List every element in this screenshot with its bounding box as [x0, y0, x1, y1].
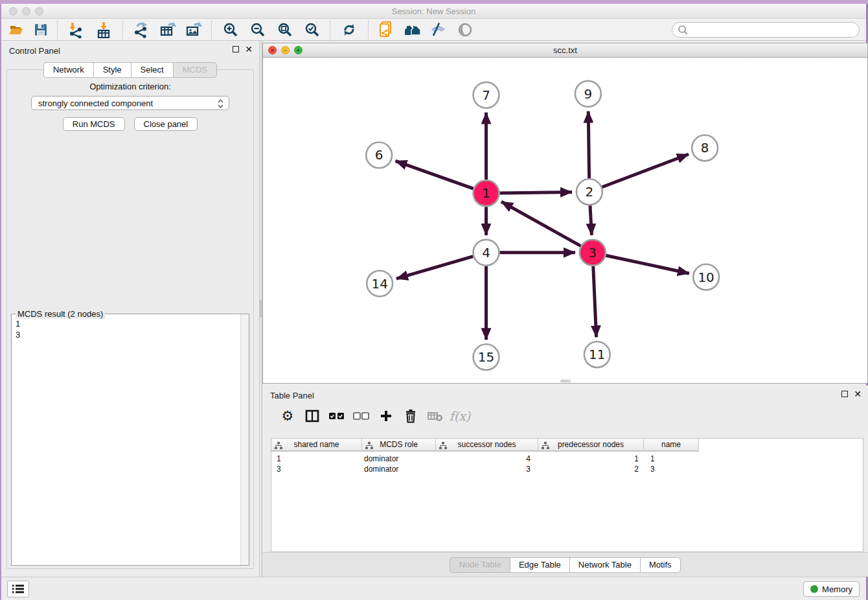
tab-style[interactable]: Style [93, 62, 131, 78]
canvas-resize-grip[interactable] [560, 380, 571, 382]
export-image-icon[interactable] [185, 21, 202, 38]
window-title: Session: New Session [1, 6, 866, 16]
zoom-in-icon[interactable] [222, 21, 239, 38]
float-panel-icon[interactable] [233, 46, 239, 52]
cell-predecessor-nodes: 2 [538, 464, 644, 474]
delete-table-icon [423, 406, 448, 426]
tab-motifs[interactable]: Motifs [640, 557, 681, 573]
toolbar-separator [57, 21, 58, 39]
cell-successor-nodes: 3 [436, 464, 538, 474]
import-table-icon[interactable] [95, 21, 112, 38]
graph-node-label-2: 2 [586, 185, 594, 200]
first-neighbors-icon[interactable] [404, 21, 420, 38]
column-type-icon [365, 442, 373, 450]
graph-node-label-8: 8 [701, 141, 709, 156]
result-scrollbar[interactable] [240, 314, 249, 565]
close-table-panel-icon[interactable]: ✕ [854, 391, 862, 397]
close-panel-button[interactable]: Close panel [134, 117, 198, 131]
select-all-columns-icon[interactable] [325, 406, 349, 426]
import-network-icon[interactable] [67, 21, 84, 38]
network-view-window: × − + scc.txt 1234678910111415 [262, 43, 868, 384]
unselect-all-columns-icon[interactable] [349, 406, 374, 426]
graph-edge-1-2[interactable] [499, 192, 572, 193]
graph-node-label-1: 1 [482, 186, 490, 201]
export-network-icon[interactable] [132, 21, 149, 38]
show-all-icon[interactable] [457, 21, 474, 38]
show-columns-icon[interactable] [300, 406, 325, 426]
tab-network-table[interactable]: Network Table [569, 557, 640, 573]
search-input[interactable] [688, 23, 859, 36]
list-icon [12, 584, 25, 594]
memory-status-icon [810, 585, 818, 593]
save-session-icon[interactable] [32, 21, 49, 38]
optimization-criterion-value: strongly connected component [38, 98, 153, 108]
network-window-titlebar[interactable]: × − + scc.txt [263, 43, 867, 58]
cell-name: 1 [644, 454, 699, 464]
delete-column-icon[interactable] [398, 406, 423, 426]
tab-edge-table[interactable]: Edge Table [510, 557, 569, 573]
graph-edge-3-10[interactable] [606, 255, 689, 273]
table-row[interactable]: 1 dominator 4 1 1 [271, 454, 699, 464]
show-log-console-button[interactable] [7, 581, 29, 597]
tab-select[interactable]: Select [131, 62, 173, 78]
memory-label: Memory [822, 584, 852, 594]
cell-successor-nodes: 4 [436, 454, 538, 464]
search-box[interactable] [672, 22, 860, 38]
column-header-mcds-role[interactable]: MCDS role [362, 439, 436, 452]
control-panel-tabs: Network Style Select MCDS [1, 62, 259, 78]
graph-edge-2-3[interactable] [590, 205, 591, 235]
graph-edge-3-11[interactable] [593, 266, 597, 338]
network-canvas[interactable]: 1234678910111415 [263, 58, 867, 383]
cell-mcds-role: dominator [362, 464, 436, 474]
zoom-fit-icon[interactable] [277, 21, 293, 38]
table-row[interactable]: 3 dominator 3 2 3 [271, 464, 699, 474]
optimization-criterion-label: Optimization criterion: [7, 82, 253, 91]
column-type-icon [439, 442, 447, 450]
toolbar-separator [211, 21, 212, 39]
table-options-gear-icon[interactable]: ⚙ [275, 406, 300, 426]
cell-shared-name: 1 [271, 454, 362, 464]
node-table: shared name MCDS role successor nodes pr… [271, 438, 863, 552]
zoom-out-icon[interactable] [249, 21, 266, 38]
column-header-successor-nodes[interactable]: successor nodes [436, 439, 538, 452]
tab-network[interactable]: Network [43, 62, 93, 78]
column-header-name[interactable]: name [644, 439, 699, 452]
column-header-shared-name[interactable]: shared name [271, 439, 362, 452]
tab-mcds[interactable]: MCDS [173, 62, 217, 78]
graph-edge-1-6[interactable] [395, 161, 473, 189]
column-type-icon [542, 442, 549, 450]
float-table-panel-icon[interactable] [841, 391, 848, 397]
close-panel-icon[interactable]: ✕ [245, 46, 253, 52]
network-graph[interactable]: 1234678910111415 [263, 58, 867, 383]
memory-button[interactable]: Memory [803, 581, 860, 597]
graph-node-label-9: 9 [584, 87, 593, 102]
graph-edge-2-8[interactable] [602, 154, 689, 187]
graph-node-label-15: 15 [478, 350, 494, 365]
graph-node-label-11: 11 [589, 347, 605, 362]
application-window: Session: New Session [0, 0, 868, 600]
refresh-icon[interactable] [341, 21, 358, 38]
graph-edge-3-1[interactable] [501, 202, 581, 246]
main-toolbar [1, 19, 866, 41]
open-session-icon[interactable] [8, 21, 25, 38]
select-stepper-icon [217, 98, 224, 111]
new-network-from-selection-icon[interactable] [378, 21, 394, 38]
table-panel-header: Table Panel ✕ [262, 386, 868, 402]
cell-shared-name: 3 [271, 464, 362, 474]
graph-edge-4-14[interactable] [396, 257, 473, 279]
export-table-icon[interactable] [159, 21, 176, 38]
splitter-grip[interactable] [260, 300, 262, 317]
control-panel: Control Panel ✕ Network Style Select MCD… [1, 41, 259, 577]
column-header-predecessor-nodes[interactable]: predecessor nodes [538, 439, 644, 452]
hide-selected-icon[interactable] [429, 21, 446, 38]
graph-edge-2-9[interactable] [588, 111, 589, 179]
mcds-result-list[interactable]: 1 3 [12, 317, 240, 565]
toolbar-separator [330, 21, 330, 39]
create-column-icon[interactable] [374, 406, 398, 426]
toolbar-separator [122, 21, 123, 39]
tab-node-table[interactable]: Node Table [450, 557, 510, 573]
zoom-selected-icon[interactable] [304, 21, 321, 38]
run-mcds-button[interactable]: Run MCDS [63, 117, 125, 131]
search-icon [678, 25, 688, 35]
optimization-criterion-select[interactable]: strongly connected component [31, 96, 229, 110]
